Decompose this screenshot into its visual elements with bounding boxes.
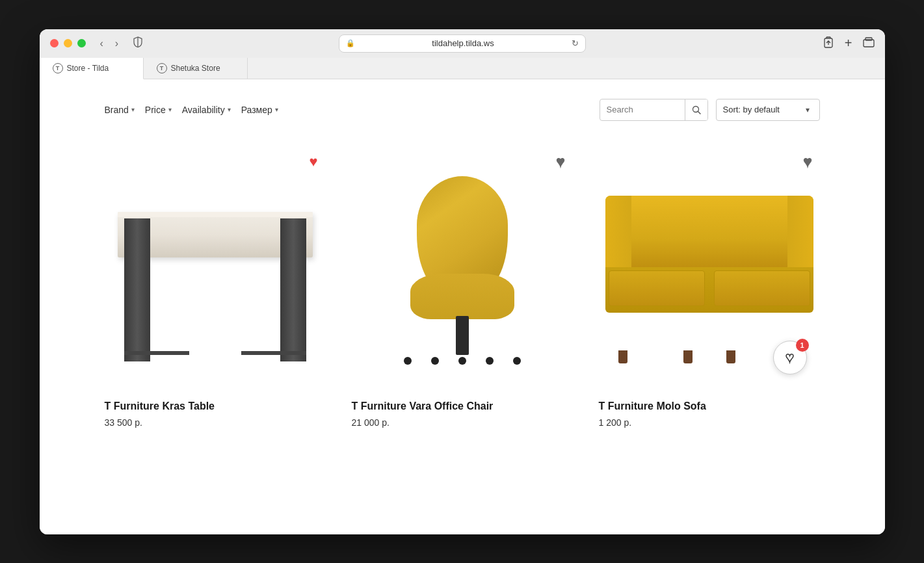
chair-pole [456, 316, 469, 355]
product-name-table: T Furniture Kras Table [105, 400, 326, 412]
share-button[interactable] [823, 36, 834, 51]
chair-wheel-4 [486, 357, 494, 365]
url-text: tildahelp.tilda.ws [360, 38, 566, 48]
maximize-button[interactable] [77, 39, 86, 47]
sofa-leg-2 [683, 350, 693, 363]
chair-base [404, 352, 521, 365]
brand-chevron-icon: ▾ [131, 106, 135, 113]
desk-illustration [105, 173, 326, 361]
product-card-sofa[interactable]: ♥ ♥ 1 T Furniture Molo Sofa 1 200 р. [599, 147, 820, 428]
toolbar-right: + [823, 36, 875, 51]
tabs-bar: T Store - Tilda T Shetuka Store [40, 58, 885, 79]
tab-shetuka-store[interactable]: T Shetuka Store [144, 58, 248, 79]
tab-shetuka-store-label: Shetuka Store [171, 64, 220, 73]
chair-wheel-2 [431, 357, 439, 365]
desk-crossbar-left [124, 351, 189, 355]
brand-label: Brand [105, 105, 129, 115]
price-filter[interactable]: Price ▾ [145, 99, 182, 120]
search-input[interactable] [600, 105, 685, 114]
sofa-leg-3 [726, 350, 735, 363]
desk-crossbar-right [241, 351, 306, 355]
svg-line-5 [698, 111, 700, 114]
availability-filter[interactable]: Availability ▾ [182, 99, 241, 120]
wishlist-button-chair[interactable]: ♥ [556, 155, 564, 169]
sofa-illustration [599, 196, 820, 352]
sort-chevron-icon: ▾ [806, 105, 810, 114]
tab-store-tilda[interactable]: T Store - Tilda [40, 58, 144, 79]
shield-icon [133, 36, 143, 51]
price-chevron-icon: ▾ [168, 106, 172, 113]
product-price-sofa: 1 200 р. [599, 417, 820, 428]
sort-label: Sort: by default [723, 105, 780, 114]
size-filter[interactable]: Размер ▾ [241, 99, 289, 120]
new-tab-button[interactable]: + [845, 36, 852, 51]
product-image-chair: ♥ [352, 147, 573, 387]
sort-select[interactable]: Sort: by default ▾ [716, 99, 820, 121]
back-button[interactable]: ‹ [96, 36, 107, 51]
close-button[interactable] [50, 39, 59, 47]
svg-rect-3 [865, 38, 872, 40]
price-label: Price [145, 105, 166, 115]
brand-filter[interactable]: Brand ▾ [105, 99, 145, 120]
sofa-cushion-right [714, 270, 810, 306]
filter-group: Brand ▾ Price ▾ Availability ▾ Размер ▾ [105, 99, 289, 120]
nav-buttons: ‹ › [96, 36, 123, 51]
availability-chevron-icon: ▾ [228, 106, 231, 113]
svg-rect-2 [864, 40, 874, 47]
wishlist-badge: 1 [796, 339, 809, 352]
product-card-table[interactable]: ♥ T Furniture Kras Table 33 500 р. [105, 147, 326, 428]
availability-label: Availability [182, 105, 225, 115]
desk-leg-right [280, 218, 306, 361]
chair-wheel-1 [404, 357, 412, 365]
product-image-sofa: ♥ ♥ 1 [599, 147, 820, 387]
product-image-table: ♥ [105, 147, 326, 387]
chair-seat [410, 274, 514, 319]
chair-illustration [391, 163, 534, 371]
chair-wheel-3 [458, 357, 466, 365]
chair-wheel-5 [513, 357, 521, 365]
size-chevron-icon: ▾ [275, 106, 278, 113]
product-card-chair[interactable]: ♥ T Furniture Vara Office Chair 21 000 р… [352, 147, 573, 428]
product-name-chair: T Furniture Vara Office Chair [352, 400, 573, 412]
url-bar[interactable]: 🔒 tildahelp.tilda.ws ↻ [339, 34, 586, 53]
lock-icon: 🔒 [346, 39, 355, 47]
refresh-icon[interactable]: ↻ [572, 38, 579, 48]
products-grid: ♥ T Furniture Kras Table 33 500 р. [105, 147, 820, 428]
tab-store-tilda-label: Store - Tilda [67, 64, 109, 73]
title-bar: ‹ › 🔒 tildahelp.tilda.ws ↻ + [40, 29, 885, 58]
sofa-cushion-left [609, 270, 705, 306]
browser-window: ‹ › 🔒 tildahelp.tilda.ws ↻ + [40, 29, 885, 534]
forward-button[interactable]: › [111, 36, 122, 51]
product-price-table: 33 500 р. [105, 417, 326, 428]
size-label: Размер [241, 105, 272, 115]
floating-wishlist-heart-icon: ♥ [785, 349, 794, 366]
sofa-leg-1 [618, 350, 627, 363]
page-content: Brand ▾ Price ▾ Availability ▾ Размер ▾ [40, 79, 885, 534]
wishlist-button-table[interactable]: ♥ [309, 155, 317, 169]
wishlist-button-sofa[interactable]: ♥ [803, 155, 812, 169]
search-box[interactable] [600, 99, 708, 121]
product-price-chair: 21 000 р. [352, 417, 573, 428]
product-name-sofa: T Furniture Molo Sofa [599, 400, 820, 412]
shetuka-favicon: T [157, 63, 167, 73]
traffic-lights [50, 39, 86, 47]
search-icon [692, 105, 701, 114]
tilda-favicon: T [53, 63, 63, 73]
tabs-overview-button[interactable] [863, 37, 875, 50]
search-sort-group: Sort: by default ▾ [600, 99, 820, 121]
floating-wishlist-button[interactable]: ♥ 1 [773, 341, 807, 374]
filter-bar: Brand ▾ Price ▾ Availability ▾ Размер ▾ [105, 99, 820, 121]
sofa-back [605, 196, 813, 267]
minimize-button[interactable] [64, 39, 72, 47]
search-button[interactable] [685, 99, 707, 120]
desk-leg-left [124, 218, 150, 361]
